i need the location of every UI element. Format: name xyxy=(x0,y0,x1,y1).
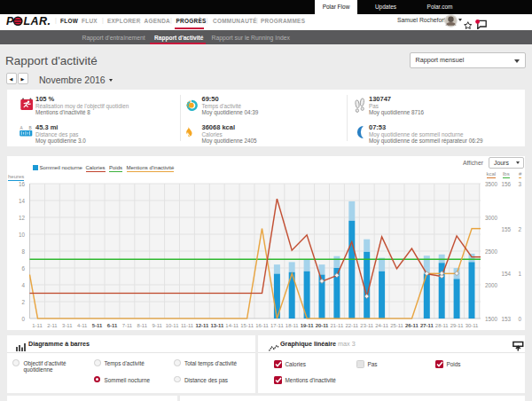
svg-text:B: B xyxy=(28,126,31,130)
svg-text:P: P xyxy=(6,15,14,28)
svg-text:LAR.: LAR. xyxy=(24,15,51,28)
svg-text:A: A xyxy=(20,126,24,130)
